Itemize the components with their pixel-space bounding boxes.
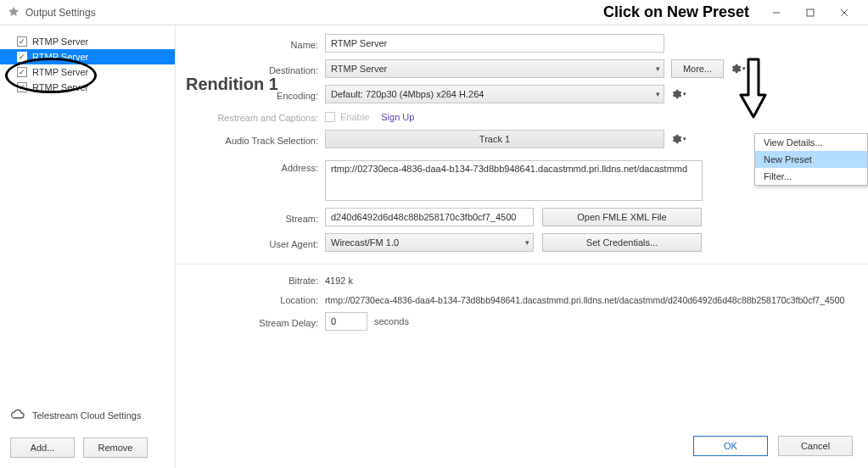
cloud-settings-label: Telestream Cloud Settings <box>32 410 141 421</box>
set-credentials-button[interactable]: Set Credentials... <box>542 233 702 252</box>
location-label: Location: <box>181 292 325 305</box>
sidebar-bottom: Telestream Cloud Settings Add... Remove <box>0 398 175 468</box>
checkbox-icon[interactable]: ✓ <box>17 67 27 77</box>
svg-rect-1 <box>807 9 814 16</box>
chevron-down-icon: ▾ <box>656 64 660 73</box>
annotation-text: Click on New Preset <box>603 3 749 21</box>
address-input[interactable]: rtmp://02730eca-4836-daa4-b134-73d8bb948… <box>325 160 703 201</box>
encoding-select[interactable]: Default: 720p30 (4Mbps) x264 H.264 ▾ <box>325 85 664 103</box>
window-title: Output Settings <box>25 7 96 19</box>
enable-label: Enable <box>340 112 369 122</box>
sidebar-item-rtmp[interactable]: ✓ RTMP Server <box>0 80 175 95</box>
sidebar-item-label: RTMP Server <box>32 36 88 47</box>
titlebar: Output Settings Click on New Preset <box>0 0 868 25</box>
audio-track-selector[interactable]: Track 1 <box>325 130 664 148</box>
checkbox-icon[interactable]: ✓ <box>17 36 27 47</box>
sidebar-item-label: RTMP Server <box>32 67 88 77</box>
caret-down-icon: ▾ <box>683 136 686 142</box>
sidebar-item-label: RTMP Server <box>32 82 88 92</box>
lower-area: Bitrate: 4192 k Location: rtmp://02730ec… <box>176 265 868 343</box>
address-label: Address: <box>181 160 325 173</box>
signup-link[interactable]: Sign Up <box>381 112 414 122</box>
content: ✓ RTMP Server ✓ RTMP Server ✓ RTMP Serve… <box>0 25 868 468</box>
checkbox-icon[interactable]: ✓ <box>17 82 27 92</box>
encoding-value: Default: 720p30 (4Mbps) x264 H.264 <box>331 89 484 99</box>
output-list: ✓ RTMP Server ✓ RTMP Server ✓ RTMP Serve… <box>0 25 175 398</box>
chevron-down-icon: ▾ <box>525 238 529 247</box>
bitrate-value: 4192 k <box>325 273 353 286</box>
bitrate-label: Bitrate: <box>181 273 325 286</box>
track-value: Track 1 <box>479 134 510 144</box>
cloud-icon <box>10 409 25 422</box>
add-button[interactable]: Add... <box>10 437 75 458</box>
encoding-gear-menu: View Details... New Preset Filter... <box>754 133 868 186</box>
name-label: Name: <box>181 37 325 50</box>
audio-track-settings-gear[interactable]: ▾ <box>671 131 686 147</box>
maximize-button[interactable] <box>793 1 827 25</box>
stream-delay-label: Stream Delay: <box>181 315 325 328</box>
more-button[interactable]: More... <box>671 59 724 78</box>
chevron-down-icon: ▾ <box>656 90 660 98</box>
caret-down-icon: ▾ <box>742 65 746 72</box>
sidebar-item-rtmp[interactable]: ✓ RTMP Server <box>0 49 175 64</box>
main-panel: Rendition 1 Name: Destination: RTMP Serv… <box>176 25 868 468</box>
seconds-label: seconds <box>374 316 409 326</box>
app-logo-icon <box>7 6 20 20</box>
sidebar-item-rtmp[interactable]: ✓ RTMP Server <box>0 34 175 49</box>
checkbox-icon[interactable]: ✓ <box>17 52 27 62</box>
menu-item-view-details[interactable]: View Details... <box>755 134 867 151</box>
encoding-settings-gear[interactable]: ▾ <box>671 86 686 102</box>
cancel-button[interactable]: Cancel <box>778 436 853 456</box>
open-fmle-button[interactable]: Open FMLE XML File <box>542 208 702 226</box>
user-agent-select[interactable]: Wirecast/FM 1.0 ▾ <box>325 233 534 252</box>
telestream-cloud-settings[interactable]: Telestream Cloud Settings <box>10 409 165 422</box>
remove-button[interactable]: Remove <box>83 437 148 458</box>
user-agent-label: User Agent: <box>181 237 325 249</box>
stream-label: Stream: <box>181 211 325 224</box>
form-area: Rendition 1 Name: Destination: RTMP Serv… <box>176 25 868 265</box>
sidebar: ✓ RTMP Server ✓ RTMP Server ✓ RTMP Serve… <box>0 25 176 468</box>
sidebar-item-rtmp[interactable]: ✓ RTMP Server <box>0 64 175 80</box>
dialog-footer: OK Cancel <box>693 436 853 456</box>
ok-button[interactable]: OK <box>693 436 768 456</box>
minimize-button[interactable] <box>759 1 793 25</box>
destination-label: Destination: <box>181 63 325 75</box>
stream-input[interactable] <box>325 208 534 226</box>
stream-delay-input[interactable] <box>325 312 367 331</box>
user-agent-value: Wirecast/FM 1.0 <box>331 237 399 248</box>
restream-label: Restream and Captions: <box>181 110 325 123</box>
enable-checkbox[interactable] <box>325 112 335 122</box>
destination-select[interactable]: RTMP Server ▾ <box>325 59 664 78</box>
name-input[interactable] <box>325 34 664 53</box>
rendition-title: Rendition 1 <box>186 75 278 94</box>
close-button[interactable] <box>827 1 861 25</box>
caret-down-icon: ▾ <box>683 91 686 98</box>
menu-item-new-preset[interactable]: New Preset <box>755 151 867 168</box>
menu-item-filter[interactable]: Filter... <box>755 168 867 185</box>
destination-value: RTMP Server <box>331 64 387 74</box>
audio-track-label: Audio Track Selection: <box>181 133 325 146</box>
sidebar-item-label: RTMP Server <box>32 52 88 62</box>
destination-settings-gear[interactable]: ▾ <box>731 61 746 76</box>
location-value: rtmp://02730eca-4836-daa4-b134-73d8bb948… <box>325 292 844 305</box>
